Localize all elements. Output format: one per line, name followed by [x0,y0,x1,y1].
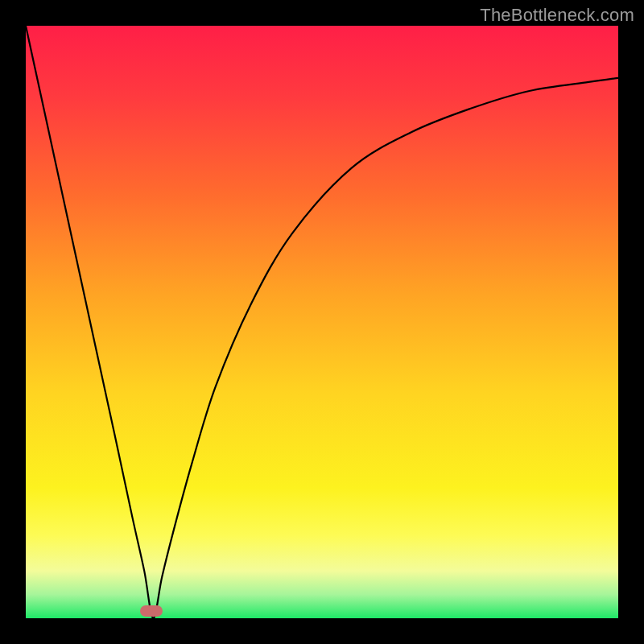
bottleneck-curve [26,26,618,618]
chart-frame: TheBottleneck.com [0,0,644,644]
minimum-marker [140,605,163,617]
plot-area [26,26,618,618]
curve-svg [26,26,618,618]
watermark-text: TheBottleneck.com [480,5,634,26]
